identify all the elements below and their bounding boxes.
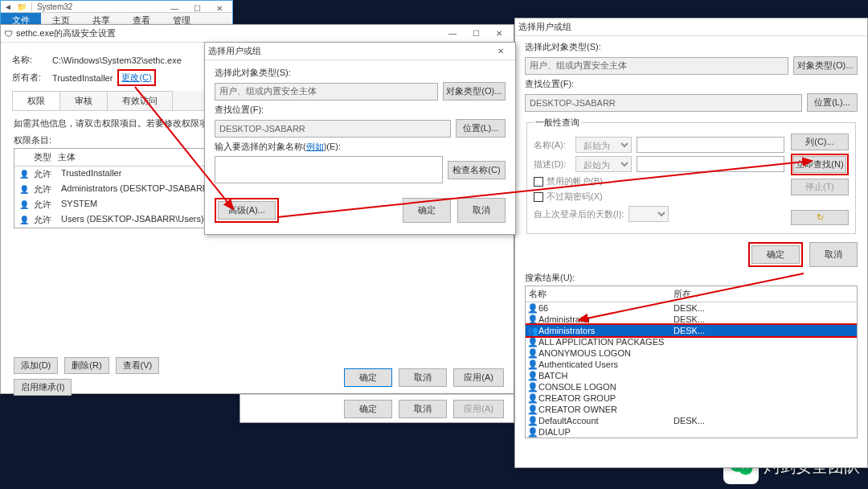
tab-audit[interactable]: 审核 xyxy=(59,91,108,110)
user-icon: 👤 xyxy=(527,438,538,438)
selectuser2-titlebar[interactable]: 选择用户或组 xyxy=(515,18,867,36)
objtype-button[interactable]: 对象类型(O)... xyxy=(793,56,858,75)
close-icon[interactable]: ✕ xyxy=(208,1,231,15)
object-name-input[interactable] xyxy=(215,156,443,183)
loc-input xyxy=(215,120,451,138)
result-row[interactable]: 👤Distributed COM UsersDESK... xyxy=(526,438,857,438)
enter-label-post: )(E): xyxy=(324,142,341,151)
dialog-title: 选择用户或组 xyxy=(518,21,571,33)
user-icon: 👤 xyxy=(18,199,31,210)
selectuser-titlebar[interactable]: 选择用户或组 ✕ xyxy=(205,43,515,60)
enable-inherit-button[interactable]: 启用继承(I) xyxy=(14,379,72,396)
result-row[interactable]: 👤BATCH xyxy=(526,370,857,381)
tab-effective[interactable]: 有效访问 xyxy=(107,91,173,110)
loc-button[interactable]: 位置(L)... xyxy=(456,119,506,138)
folder-icon: 📁 xyxy=(17,2,27,11)
col-principal[interactable]: 主体 xyxy=(58,151,76,163)
qname-input[interactable] xyxy=(637,137,784,153)
lock-icon: 🛡 xyxy=(4,29,13,39)
nav-back-icon[interactable]: ◄ xyxy=(4,2,12,11)
owner-label: 所有者: xyxy=(12,72,52,84)
result-row[interactable]: 👤CREATOR OWNER xyxy=(526,404,857,415)
result-row[interactable]: 👤Authenticated Users xyxy=(526,359,857,370)
disabled-acct-checkbox[interactable] xyxy=(534,177,543,187)
results-label: 搜索结果(U): xyxy=(525,272,858,284)
common-query-legend: 一般性查询 xyxy=(534,117,581,129)
result-row[interactable]: 👤CREATOR GROUP xyxy=(526,392,857,404)
find-now-button[interactable]: 立即查找(N) xyxy=(793,156,846,173)
user-icon: 👤 xyxy=(527,314,538,325)
max-icon[interactable]: ☐ xyxy=(465,27,487,41)
loc-label: 查找位置(F): xyxy=(525,78,858,90)
advsec-titlebar[interactable]: 🛡 sethc.exe的高级安全设置 — ☐ ✕ xyxy=(1,25,514,43)
result-row[interactable]: 👤ANONYMOUS LOGON xyxy=(526,347,857,359)
result-row[interactable]: 👤AdministratorDESK... xyxy=(526,314,857,325)
add-button[interactable]: 添加(D) xyxy=(14,357,58,374)
loc-button[interactable]: 位置(L)... xyxy=(807,93,858,112)
loc-label: 查找位置(F): xyxy=(215,104,506,116)
qdesc-input[interactable] xyxy=(637,156,784,172)
apply-button[interactable]: 应用(A) xyxy=(453,400,504,418)
qdesc-mode[interactable]: 起始为 xyxy=(575,156,632,172)
breadcrumb-path[interactable]: System32 xyxy=(37,2,72,11)
close-icon[interactable]: ✕ xyxy=(488,27,510,41)
select-user-advanced-dialog: 选择用户或组 选择此对象类型(S): 对象类型(O)... 查找位置(F): 位… xyxy=(514,18,868,468)
objtype-button[interactable]: 对象类型(O)... xyxy=(443,82,506,101)
user-icon: 👥 xyxy=(527,325,538,336)
refresh-icon[interactable]: ↻ xyxy=(791,210,849,225)
check-names-button[interactable]: 检查名称(C) xyxy=(448,161,506,179)
qdesc-label: 描述(D): xyxy=(534,158,575,171)
cancel-button[interactable]: 取消 xyxy=(399,400,447,418)
nonexp-pwd-label: 不过期密码(X) xyxy=(547,191,603,203)
max-icon[interactable]: ☐ xyxy=(186,1,208,15)
user-icon: 👤 xyxy=(18,168,31,179)
min-icon[interactable]: — xyxy=(441,27,464,41)
loc-input xyxy=(525,94,802,112)
user-icon: 👤 xyxy=(527,392,538,404)
tab-permissions[interactable]: 权限 xyxy=(12,91,60,110)
nonexp-pwd-checkbox[interactable] xyxy=(534,192,543,202)
user-icon: 👤 xyxy=(18,183,31,195)
user-icon: 👤 xyxy=(527,415,538,426)
user-icon: 👤 xyxy=(527,347,538,359)
user-icon: 👤 xyxy=(527,381,538,392)
remove-button[interactable]: 删除(R) xyxy=(64,357,108,374)
min-icon[interactable]: — xyxy=(163,1,186,15)
days-label: 自上次登录后的天数(I): xyxy=(534,208,624,220)
cancel-button[interactable]: 取消 xyxy=(399,368,447,387)
close-icon[interactable]: ✕ xyxy=(489,44,512,59)
example-link[interactable]: 例如 xyxy=(306,142,324,151)
col-name[interactable]: 名称 xyxy=(526,286,670,302)
objtype-input xyxy=(525,57,788,75)
cancel-button[interactable]: 取消 xyxy=(457,198,506,223)
stop-button[interactable]: 停止(T) xyxy=(791,179,849,195)
result-row[interactable]: 👤66DESK... xyxy=(526,302,857,314)
cancel-button[interactable]: 取消 xyxy=(809,242,858,267)
name-label: 名称: xyxy=(12,54,52,66)
apply-button[interactable]: 应用(A) xyxy=(453,368,504,387)
result-row[interactable]: 👤DefaultAccountDESK... xyxy=(526,415,857,426)
ok-button[interactable]: 确定 xyxy=(344,400,392,418)
explorer-header: ◄ 📁 System32 文件 主页 共享 查看 管理 — ☐ ✕ xyxy=(0,0,233,24)
days-select[interactable] xyxy=(628,206,669,222)
user-icon: 👤 xyxy=(527,404,538,415)
user-icon: 👤 xyxy=(527,426,538,438)
col-type[interactable]: 类型 xyxy=(18,151,58,163)
change-owner-link[interactable]: 更改(C) xyxy=(121,72,151,82)
columns-button[interactable]: 列(C)... xyxy=(791,134,849,150)
result-row[interactable]: 👤CONSOLE LOGON xyxy=(526,381,857,392)
ok-button[interactable]: 确定 xyxy=(751,245,800,264)
col-folder[interactable]: 所在... xyxy=(670,286,702,302)
user-icon: 👤 xyxy=(527,336,538,347)
ok-button[interactable]: 确定 xyxy=(344,368,392,387)
select-user-dialog: 选择用户或组 ✕ 选择此对象类型(S): 对象类型(O)... 查找位置(F):… xyxy=(204,42,516,235)
inner-button-bar: 确定 取消 应用(A) xyxy=(240,394,514,423)
result-row[interactable]: 👤ALL APPLICATION PACKAGES xyxy=(526,336,857,347)
view-button[interactable]: 查看(V) xyxy=(116,357,160,374)
qname-label: 名称(A): xyxy=(534,139,575,151)
result-row[interactable]: 👥AdministratorsDESK... xyxy=(526,325,857,336)
advanced-button[interactable]: 高级(A)... xyxy=(218,201,276,220)
result-row[interactable]: 👤DIALUP xyxy=(526,426,857,438)
ok-button[interactable]: 确定 xyxy=(403,198,451,223)
qname-mode[interactable]: 起始为 xyxy=(575,137,632,153)
